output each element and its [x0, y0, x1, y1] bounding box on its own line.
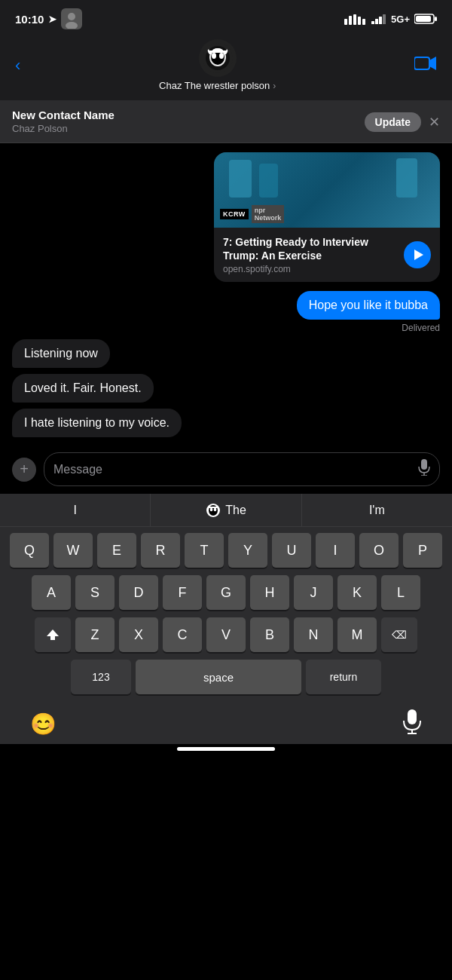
avatar-small [61, 8, 82, 29]
microphone-icon [418, 459, 430, 476]
svg-rect-11 [383, 14, 386, 24]
keyboard-row-4: 123 space return [3, 660, 449, 694]
nav-bar: ‹ Chaz The wrestler polson [0, 33, 452, 101]
mic-decoration-2 [259, 164, 278, 198]
key-r[interactable]: R [141, 533, 180, 568]
key-b[interactable]: B [250, 617, 289, 652]
kcrw-badge: KCRW [220, 209, 249, 219]
key-h[interactable]: H [250, 575, 289, 610]
contact-avatar-image [203, 43, 233, 73]
npr-badge: nprNetwork [252, 205, 285, 223]
key-c[interactable]: C [163, 617, 202, 652]
key-x[interactable]: X [119, 617, 158, 652]
banner-actions: Update ✕ [365, 112, 440, 132]
new-contact-subtitle: Chaz Polson [12, 123, 68, 134]
chat-area: KCRW nprNetwork 7: Getting Ready to Inte… [0, 143, 452, 446]
return-key[interactable]: return [306, 660, 381, 694]
delivered-status: Delivered [402, 323, 440, 333]
key-z[interactable]: Z [75, 617, 115, 652]
suggestion-the-text: The [225, 504, 246, 517]
chevron-right-icon: › [273, 81, 276, 91]
back-button[interactable]: ‹ [15, 56, 20, 75]
received-message-3: I hate listening to my voice. [12, 409, 182, 437]
contact-thumbnail [62, 9, 81, 29]
key-t[interactable]: T [185, 533, 224, 568]
suggestion-the[interactable]: The [151, 494, 301, 526]
key-q[interactable]: Q [10, 533, 49, 568]
svg-point-22 [212, 48, 223, 53]
new-contact-info: New Contact Name Chaz Polson [12, 109, 115, 135]
space-key[interactable]: space [136, 660, 301, 694]
key-l[interactable]: L [381, 575, 420, 610]
shift-key[interactable] [35, 617, 71, 652]
update-contact-button[interactable]: Update [365, 112, 421, 132]
svg-rect-25 [421, 459, 427, 470]
key-f[interactable]: F [163, 575, 202, 610]
key-o[interactable]: O [359, 533, 399, 568]
keyboard-row-2: A S D F G H J K L [3, 575, 449, 610]
spotify-card-info[interactable]: 7: Getting Ready to Interview Trump: An … [214, 228, 440, 282]
key-v[interactable]: V [206, 617, 246, 652]
keyboard-suggestions: I The I'm [0, 494, 452, 527]
play-button[interactable] [404, 241, 431, 268]
key-s[interactable]: S [75, 575, 115, 610]
new-contact-banner: New Contact Name Chaz Polson Update ✕ [0, 101, 452, 143]
key-d[interactable]: D [119, 575, 158, 610]
emoji-button[interactable]: 😊 [30, 712, 56, 737]
message-input[interactable]: Message [53, 463, 418, 476]
svg-rect-3 [344, 19, 347, 25]
key-n[interactable]: N [294, 617, 333, 652]
delete-key[interactable]: ⌫ [381, 617, 417, 652]
track-url: open.spotify.com [223, 264, 398, 274]
svg-rect-10 [379, 17, 382, 24]
voice-input-button[interactable] [418, 459, 430, 479]
suggest-logo [206, 503, 221, 518]
svg-point-31 [214, 508, 217, 511]
keyboard-mic-button[interactable] [402, 709, 422, 738]
svg-rect-4 [349, 16, 352, 25]
status-time-area: 10:10 ➤ [15, 8, 82, 29]
suggestion-i[interactable]: I [0, 494, 151, 526]
svg-marker-24 [429, 57, 436, 70]
svg-rect-23 [414, 57, 429, 69]
key-k[interactable]: K [337, 575, 377, 610]
received-message-2: Loved it. Fair. Honest. [12, 374, 154, 403]
spotify-link-card[interactable]: KCRW nprNetwork 7: Getting Ready to Inte… [214, 152, 440, 282]
key-m[interactable]: M [337, 617, 377, 652]
svg-point-1 [68, 13, 75, 20]
svg-rect-6 [358, 17, 361, 25]
svg-rect-7 [362, 19, 365, 25]
svg-rect-14 [416, 16, 431, 22]
video-call-button[interactable] [414, 55, 437, 75]
key-j[interactable]: J [294, 575, 333, 610]
key-e[interactable]: E [97, 533, 136, 568]
suggestion-the-content: The [206, 503, 246, 518]
add-attachment-button[interactable]: + [12, 458, 36, 482]
message-input-row: + Message [0, 446, 452, 494]
key-a[interactable]: A [32, 575, 71, 610]
svg-rect-34 [408, 709, 417, 724]
svg-rect-13 [435, 17, 437, 21]
banner-close-button[interactable]: ✕ [429, 114, 440, 130]
video-icon [414, 55, 437, 72]
key-w[interactable]: W [53, 533, 93, 568]
audio-bars-icon [344, 13, 367, 25]
numbers-key[interactable]: 123 [71, 660, 131, 694]
nav-center[interactable]: Chaz The wrestler polson › [159, 39, 276, 91]
key-p[interactable]: P [403, 533, 442, 568]
message-input-wrap[interactable]: Message [44, 452, 440, 486]
new-contact-title: New Contact Name [12, 109, 115, 121]
key-i[interactable]: I [316, 533, 355, 568]
podcast-badges: KCRW nprNetwork [220, 205, 284, 223]
keyboard-row-1: Q W E R T Y U I O P [3, 533, 449, 568]
signal-icon [371, 14, 386, 24]
key-u[interactable]: U [272, 533, 311, 568]
key-y[interactable]: Y [228, 533, 267, 568]
time: 10:10 [15, 13, 44, 26]
contact-name-row[interactable]: Chaz The wrestler polson › [159, 80, 276, 91]
keyboard-mic-icon [402, 709, 422, 735]
status-indicators: 5G+ [344, 13, 437, 25]
key-g[interactable]: G [206, 575, 246, 610]
sent-message: Hope you like it bubba [297, 291, 440, 320]
suggestion-im[interactable]: I'm [302, 494, 452, 526]
